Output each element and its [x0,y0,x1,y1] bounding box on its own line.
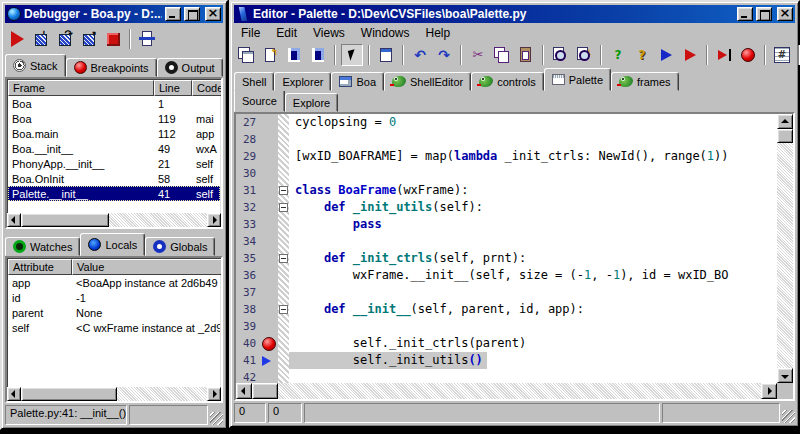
scroll-left-button[interactable] [236,383,252,399]
column-header-value[interactable]: Value [72,259,221,275]
column-header-attribute[interactable]: Attribute [8,259,72,275]
debugger-titlebar[interactable]: Debugger - Boa.py - D:... [5,5,223,23]
tab-palette[interactable]: Palette [544,68,611,91]
code-line[interactable]: 36 wxFrame.__init__(self, size = (-1, -1… [236,267,777,284]
run-to-cursor-button[interactable] [713,44,735,66]
code-pane[interactable]: 27cyclopsing = 02829[wxID_BOAFRAME] = ma… [236,114,777,383]
code-line[interactable]: 39 [236,318,777,335]
code-line[interactable]: 28 [236,131,777,148]
table-row[interactable]: Palette.__init__41self [8,186,220,201]
table-row[interactable]: Boa.OnInit58self [8,171,220,186]
editor-titlebar[interactable]: Editor - Palette - D:\Dev\CVSFiles\boa\P… [234,5,795,23]
menu-edit[interactable]: Edit [268,25,305,41]
scroll-thumb[interactable] [252,383,278,399]
menu-help[interactable]: Help [418,25,459,41]
open-file-button[interactable] [259,44,281,66]
column-header-frame[interactable]: Frame [8,80,154,96]
marker-margin[interactable] [262,356,278,366]
tab-watches[interactable]: Watches [5,237,80,256]
tab-source[interactable]: Source [234,91,285,112]
table-row[interactable]: app<BoaApp instance at 2d6b49 [8,275,220,290]
tab-explorer[interactable]: Explorer [274,72,331,91]
code-line[interactable]: 42 [236,369,777,383]
column-header-code[interactable]: Code [192,80,221,96]
table-row[interactable]: Boa1 [8,96,220,111]
tab-locals[interactable]: Locals [80,233,145,256]
fold-collapse-marker[interactable] [279,254,288,263]
open-module-list-button[interactable] [235,44,257,66]
fold-collapse-marker[interactable] [279,186,288,195]
tab-controls[interactable]: controls [471,72,544,91]
save-as-button[interactable]: ? [307,44,329,66]
find-button[interactable] [549,44,571,66]
tab-frames[interactable]: frames [611,72,679,91]
inspector-button[interactable] [341,44,363,66]
tab-explore[interactable]: Explore [285,93,338,112]
code-line[interactable]: 30 [236,165,777,182]
scroll-right-button[interactable] [761,383,777,399]
context-help-button[interactable]: ? [631,44,653,66]
scroll-thumb[interactable] [21,387,117,401]
column-header-line[interactable]: Line [154,80,192,96]
tab-breakpoints[interactable]: Breakpoints [66,58,157,77]
copy-button[interactable] [491,44,513,66]
editor-window-button[interactable] [375,44,397,66]
table-row[interactable]: Boa119mai [8,111,220,126]
step-over-button[interactable] [54,28,76,50]
code-line[interactable]: 41 self._init_utils() [236,352,777,369]
undo-button[interactable]: ↶ [409,44,431,66]
marker-margin[interactable] [262,337,278,351]
step-in-button[interactable] [30,28,52,50]
stop-button[interactable] [102,28,124,50]
maximize-button[interactable] [184,7,200,21]
table-row[interactable]: self<C wxFrame instance at _2d9 [8,320,220,335]
fold-collapse-marker[interactable] [279,305,288,314]
table-row[interactable]: id-1 [8,290,220,305]
save-button[interactable] [283,44,305,66]
code-line[interactable]: 38 def __init__(self, parent, id, app): [236,301,777,318]
run-module-button[interactable] [655,44,677,66]
cut-button[interactable]: ✂ [467,44,489,66]
scroll-up-button[interactable] [777,114,793,129]
fold-collapse-marker[interactable] [279,203,288,212]
resize-grip[interactable] [782,410,795,423]
code-line[interactable]: 35 def _init_ctrls(self, prnt): [236,250,777,267]
close-button[interactable] [205,7,221,21]
scroll-left-button[interactable] [7,387,21,401]
breakpoint-marker[interactable] [262,337,276,351]
scroll-right-button[interactable] [207,213,221,227]
scroll-down-button[interactable] [777,368,793,383]
code-line[interactable]: 33 pass [236,216,777,233]
resize-grip[interactable] [210,412,223,425]
code-line[interactable]: 40 self._init_ctrls(parent) [236,335,777,352]
code-line[interactable]: 31class BoaFrame(wxFrame): [236,182,777,199]
run-application-button[interactable] [679,44,701,66]
table-row[interactable]: PhonyApp.__init__21self [8,156,220,171]
minimize-button[interactable] [737,7,753,21]
tab-boa[interactable]: Boa [331,72,384,91]
toggle-breakpoint-button[interactable] [737,44,759,66]
code-line[interactable]: 34 [236,233,777,250]
redo-button[interactable]: ↷ [433,44,455,66]
minimize-button[interactable] [165,7,181,21]
scroll-thumb[interactable] [21,213,109,227]
scroll-right-button[interactable] [207,387,221,401]
tab-shell[interactable]: Shell [234,72,274,91]
locals-h-scrollbar[interactable] [7,387,221,401]
code-line[interactable]: 29[wxID_BOAFRAME] = map(lambda _init_ctr… [236,148,777,165]
todo-list-button[interactable]: # [771,44,793,66]
tab-output[interactable]: Output [157,58,223,77]
step-out-button[interactable] [78,28,100,50]
close-button[interactable] [777,7,793,21]
menu-views[interactable]: Views [305,25,353,41]
code-line[interactable]: 27cyclopsing = 0 [236,114,777,131]
continue-button[interactable] [6,28,28,50]
find-again-button[interactable]: ↓ [573,44,595,66]
tab-stack[interactable]: Stack [5,54,66,77]
maximize-button[interactable] [756,7,772,21]
code-line[interactable]: 37 [236,284,777,301]
table-row[interactable]: parentNone [8,305,220,320]
explore-button[interactable]: ? [607,44,629,66]
table-row[interactable]: Boa.__init__49wxA [8,141,220,156]
horizontal-scrollbar[interactable] [236,383,777,399]
